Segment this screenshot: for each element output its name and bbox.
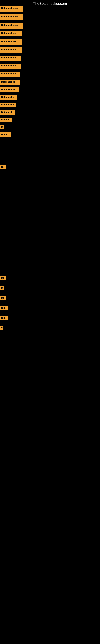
- bottleneck-item[interactable]: Bottleneck res: [0, 40, 22, 45]
- bottleneck-item[interactable]: Bottle: [0, 132, 11, 137]
- long-vertical-bar: [1, 240, 1, 277]
- bottleneck-item[interactable]: Bottleneck resu: [0, 6, 23, 12]
- bottleneck-item[interactable]: B: [0, 125, 3, 129]
- bottleneck-item[interactable]: Bottleneck resu: [0, 14, 23, 20]
- bottleneck-item[interactable]: Bottleneck res: [0, 31, 22, 36]
- bottleneck-item[interactable]: Bott: [0, 316, 8, 320]
- bottleneck-item[interactable]: Bottleneck resu: [0, 23, 23, 28]
- bottleneck-item[interactable]: Bottleneck re: [0, 87, 19, 92]
- long-vertical-bar: [1, 152, 1, 168]
- bottleneck-item[interactable]: Bottleneck re: [0, 80, 20, 84]
- bottleneck-item[interactable]: Bottleneck res: [0, 56, 21, 61]
- long-vertical-bar: [1, 204, 1, 244]
- bottleneck-item[interactable]: Bottleneck: [0, 110, 15, 115]
- bottleneck-item[interactable]: B: [0, 286, 4, 290]
- bottleneck-item[interactable]: Bottleneck r: [0, 103, 16, 108]
- bottleneck-item[interactable]: Bottleneck res: [0, 72, 20, 77]
- bottleneck-item[interactable]: Bo: [0, 296, 6, 300]
- bottleneck-item[interactable]: Bottleneck r: [0, 95, 17, 100]
- bottleneck-item[interactable]: Bottlen: [0, 118, 12, 122]
- bottleneck-item[interactable]: Bott: [0, 306, 8, 310]
- bottleneck-item[interactable]: Bottleneck res: [0, 64, 21, 69]
- bottleneck-item[interactable]: B: [0, 326, 3, 330]
- bottleneck-item[interactable]: Bottleneck res: [0, 48, 22, 53]
